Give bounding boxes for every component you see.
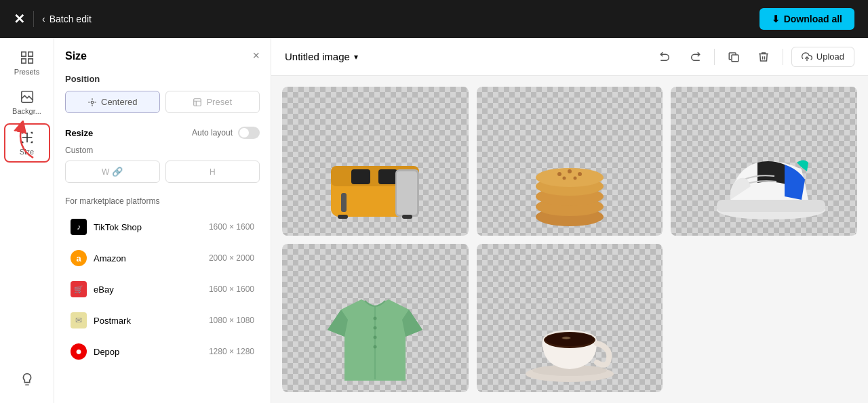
toolbar-actions: Upload [654, 46, 854, 68]
amazon-size: 2000 × 2000 [209, 253, 254, 263]
tiktok-name: TikTok Shop [94, 222, 209, 232]
image-grid: 01-Shopee 1080 × 1080px [271, 76, 868, 403]
svg-point-24 [568, 169, 572, 173]
tiktok-icon: ♪ [71, 219, 87, 235]
auto-layout-label: Auto layout [192, 128, 233, 137]
auto-layout-toggle[interactable] [238, 127, 260, 139]
svg-point-33 [374, 335, 377, 339]
svg-rect-3 [28, 59, 32, 63]
svg-point-31 [374, 316, 377, 320]
download-all-button[interactable]: ⬇ Download all [760, 8, 854, 30]
image-card-3[interactable]: 03-Shopee 1080 × 1080px [671, 87, 857, 236]
image-card-1[interactable]: 01-Shopee 1080 × 1080px [282, 87, 469, 236]
postmark-size: 1080 × 1080 [209, 316, 254, 325]
depop-icon: ● [71, 343, 87, 360]
redo-icon [689, 51, 701, 63]
platform-postmark[interactable]: ✉ Postmark 1080 × 1080 [65, 306, 260, 335]
topbar: ✕ ‹ Batch edit ⬇ Download all [0, 0, 868, 38]
preset-button[interactable]: Preset [165, 91, 260, 113]
svg-rect-11 [351, 169, 370, 184]
postmark-name: Postmark [94, 316, 209, 326]
amazon-icon: a [71, 250, 87, 266]
back-button[interactable]: ‹ Batch edit [42, 14, 92, 24]
sidebar-icons: Presets Backgr... Size [0, 38, 54, 403]
svg-rect-16 [338, 215, 348, 219]
toaster-product [314, 125, 436, 234]
marketplace-list: ♪ TikTok Shop 1600 × 1600 a Amazon 2000 … [65, 213, 260, 366]
size-panel: Size × Position Centered Preset Resize [54, 38, 271, 403]
app-logo: ✕ [14, 11, 25, 27]
image-cell-2 [477, 87, 663, 236]
duplicate-button[interactable] [723, 46, 745, 68]
image-cell-3 [671, 87, 857, 236]
toolbar-divider [714, 49, 715, 65]
link-icon: 🔗 [112, 167, 123, 177]
custom-label: Custom [65, 146, 260, 155]
toggle-knob [239, 128, 249, 137]
redo-button[interactable] [684, 46, 706, 68]
marketplace-label: For marketplace platforms [65, 196, 260, 206]
duplicate-icon [728, 51, 740, 63]
svg-rect-17 [402, 215, 412, 219]
sidebar-item-presets[interactable]: Presets [4, 45, 50, 81]
cookies-product [515, 125, 624, 234]
hint-button[interactable] [4, 366, 50, 392]
platform-depop[interactable]: ● Depop 1280 × 1280 [65, 337, 260, 366]
sidebar-item-background[interactable]: Backgr... [4, 84, 50, 121]
resize-row: Resize Auto layout [65, 127, 260, 139]
title-dropdown[interactable]: Untitled image ▾ [285, 51, 358, 62]
depop-name: Depop [94, 347, 209, 357]
svg-point-34 [374, 345, 377, 348]
svg-rect-7 [732, 55, 738, 62]
image-cell-5 [477, 244, 663, 393]
tiktok-size: 1600 × 1600 [209, 222, 254, 232]
panel-header: Size × [65, 49, 260, 63]
image-card-2[interactable]: 02-Shopee 1080 × 1080px [477, 87, 663, 236]
coffee-product [515, 282, 624, 391]
undo-icon [659, 51, 671, 63]
svg-rect-14 [397, 171, 417, 215]
content-toolbar: Untitled image ▾ [271, 38, 868, 76]
postmark-icon: ✉ [71, 312, 87, 328]
image-cell-1 [282, 87, 469, 236]
centered-button[interactable]: Centered [65, 91, 160, 113]
image-card-5[interactable]: 05-Shopee 1080 × 1080px [477, 244, 663, 393]
ebay-icon: 🛒 [71, 281, 87, 297]
width-input-container[interactable]: W 🔗 [65, 161, 160, 183]
svg-rect-6 [194, 98, 201, 106]
svg-rect-0 [21, 52, 25, 56]
ebay-name: eBay [94, 284, 209, 295]
position-label: Position [65, 74, 260, 84]
topbar-title: Batch edit [50, 14, 92, 24]
svg-point-27 [573, 177, 576, 180]
image-title: Untitled image [285, 51, 350, 62]
preset-icon [193, 98, 202, 107]
back-arrow-icon: ‹ [42, 14, 45, 24]
sidebar-bottom [4, 366, 50, 403]
download-icon: ⬇ [772, 14, 780, 24]
chevron-down-icon: ▾ [354, 52, 358, 62]
resize-label: Resize [65, 128, 93, 138]
size-icon [20, 130, 35, 145]
height-input-container[interactable]: H [165, 161, 260, 183]
undo-button[interactable] [654, 46, 676, 68]
upload-label: Upload [816, 51, 844, 62]
presets-label: Presets [14, 68, 39, 76]
svg-rect-12 [378, 169, 397, 184]
width-label: W [102, 167, 109, 177]
shirt-product [321, 272, 429, 392]
panel-close-button[interactable]: × [252, 49, 260, 63]
platform-tiktok[interactable]: ♪ TikTok Shop 1600 × 1600 [65, 213, 260, 241]
platform-amazon[interactable]: a Amazon 2000 × 2000 [65, 244, 260, 272]
delete-button[interactable] [753, 46, 774, 68]
sidebar-item-size[interactable]: Size [4, 123, 50, 163]
platform-ebay[interactable]: 🛒 eBay 1600 × 1600 [65, 275, 260, 303]
upload-button[interactable]: Upload [791, 47, 854, 67]
svg-point-25 [578, 172, 582, 176]
svg-point-5 [91, 101, 94, 104]
background-icon [20, 89, 35, 104]
image-card-4[interactable]: 04-Shopee 1080 × 1080px [282, 244, 469, 393]
svg-point-23 [557, 172, 561, 176]
toolbar-divider-2 [783, 49, 783, 65]
auto-layout-toggle-row: Auto layout [192, 127, 260, 139]
